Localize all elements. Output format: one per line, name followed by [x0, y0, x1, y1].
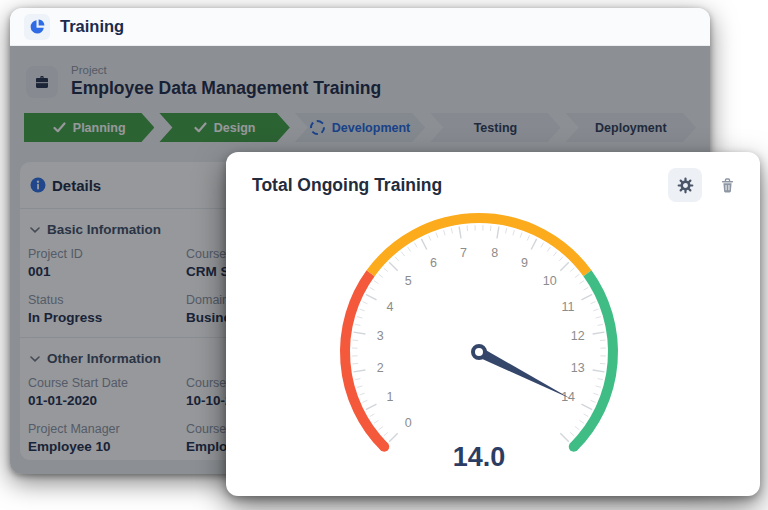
svg-text:13: 13 — [571, 361, 585, 375]
svg-text:11: 11 — [562, 300, 575, 314]
settings-button[interactable] — [668, 168, 702, 202]
screen: { "topbar": { "title": "Training" }, "pr… — [0, 0, 768, 510]
svg-text:2: 2 — [377, 361, 384, 375]
svg-text:8: 8 — [491, 246, 498, 260]
widget-header: Total Ongoing Training — [226, 152, 760, 202]
svg-text:6: 6 — [430, 256, 437, 270]
svg-text:5: 5 — [405, 274, 412, 288]
svg-text:7: 7 — [460, 246, 467, 260]
gear-icon — [677, 177, 694, 194]
gauge-chart: 0123456789101112131414.0 — [226, 208, 760, 490]
svg-text:14.0: 14.0 — [453, 442, 506, 472]
pie-chart-app-icon — [24, 14, 50, 40]
svg-text:0: 0 — [405, 416, 412, 430]
svg-text:10: 10 — [543, 274, 557, 288]
svg-text:12: 12 — [571, 329, 585, 343]
svg-text:9: 9 — [521, 256, 528, 270]
trash-icon — [719, 177, 736, 194]
delete-button[interactable] — [710, 168, 744, 202]
page-title: Training — [60, 17, 124, 36]
gauge-widget-modal: Total Ongoing Training — [226, 152, 760, 496]
svg-text:3: 3 — [377, 329, 384, 343]
app-topbar: Training — [10, 8, 710, 46]
svg-text:4: 4 — [386, 300, 393, 314]
svg-text:1: 1 — [386, 390, 393, 404]
widget-title: Total Ongoing Training — [252, 175, 668, 196]
